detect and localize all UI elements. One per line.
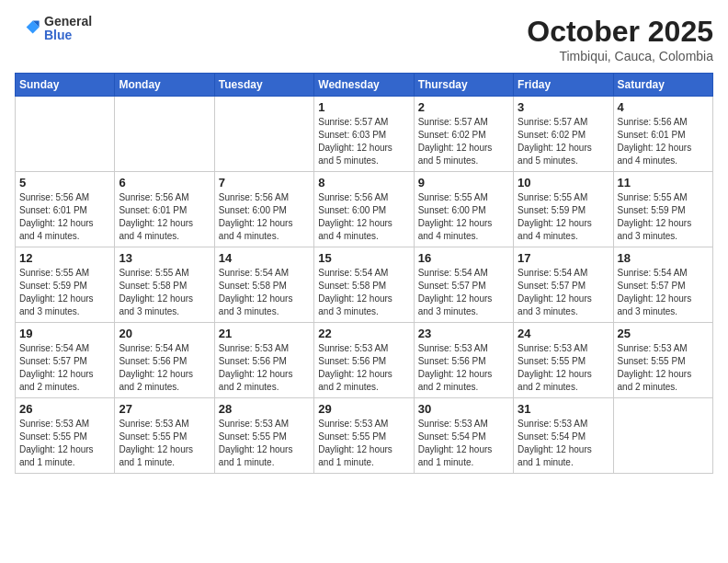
day-cell-2: 2Sunrise: 5:57 AMSunset: 6:02 PMDaylight… (414, 97, 513, 172)
day-cell-24: 24Sunrise: 5:53 AMSunset: 5:55 PMDayligh… (514, 323, 613, 398)
empty-cell (613, 398, 712, 474)
day-info: Sunrise: 5:56 AMSunset: 6:00 PMDaylight:… (219, 191, 310, 243)
day-number: 27 (119, 402, 210, 416)
col-header-saturday: Saturday (613, 74, 712, 97)
day-number: 31 (518, 402, 609, 416)
day-info: Sunrise: 5:53 AMSunset: 5:56 PMDaylight:… (418, 342, 509, 394)
month-title: October 2025 (527, 15, 713, 49)
day-cell-5: 5Sunrise: 5:56 AMSunset: 6:01 PMDaylight… (16, 172, 115, 247)
day-cell-3: 3Sunrise: 5:57 AMSunset: 6:02 PMDaylight… (514, 97, 613, 172)
day-number: 26 (19, 402, 110, 416)
day-number: 7 (219, 176, 310, 190)
day-info: Sunrise: 5:54 AMSunset: 5:58 PMDaylight:… (318, 267, 409, 318)
day-info: Sunrise: 5:53 AMSunset: 5:55 PMDaylight:… (19, 418, 110, 469)
day-info: Sunrise: 5:55 AMSunset: 5:59 PMDaylight:… (618, 191, 709, 243)
day-number: 8 (318, 176, 409, 190)
day-info: Sunrise: 5:53 AMSunset: 5:55 PMDaylight:… (518, 342, 609, 394)
day-info: Sunrise: 5:53 AMSunset: 5:55 PMDaylight:… (318, 418, 409, 469)
empty-cell (16, 97, 115, 172)
day-info: Sunrise: 5:53 AMSunset: 5:54 PMDaylight:… (418, 418, 509, 469)
title-block: October 2025 Timbiqui, Cauca, Colombia (527, 15, 713, 63)
empty-cell (115, 97, 214, 172)
day-info: Sunrise: 5:56 AMSunset: 6:01 PMDaylight:… (19, 191, 110, 243)
day-number: 9 (418, 176, 509, 190)
week-row-3: 12Sunrise: 5:55 AMSunset: 5:59 PMDayligh… (16, 247, 713, 323)
day-number: 6 (119, 176, 210, 190)
day-info: Sunrise: 5:54 AMSunset: 5:57 PMDaylight:… (518, 267, 609, 318)
logo-icon (15, 16, 40, 41)
day-info: Sunrise: 5:54 AMSunset: 5:57 PMDaylight:… (618, 267, 709, 318)
day-number: 2 (418, 100, 509, 114)
day-number: 29 (318, 402, 409, 416)
day-info: Sunrise: 5:56 AMSunset: 6:00 PMDaylight:… (318, 191, 409, 243)
day-number: 10 (518, 176, 609, 190)
day-info: Sunrise: 5:56 AMSunset: 6:01 PMDaylight:… (618, 116, 709, 167)
day-info: Sunrise: 5:55 AMSunset: 5:58 PMDaylight:… (119, 267, 210, 318)
day-cell-30: 30Sunrise: 5:53 AMSunset: 5:54 PMDayligh… (414, 398, 513, 474)
day-number: 3 (518, 100, 609, 114)
day-cell-12: 12Sunrise: 5:55 AMSunset: 5:59 PMDayligh… (16, 247, 115, 323)
empty-cell (214, 97, 313, 172)
day-cell-31: 31Sunrise: 5:53 AMSunset: 5:54 PMDayligh… (514, 398, 613, 474)
day-number: 13 (119, 251, 210, 265)
week-row-4: 19Sunrise: 5:54 AMSunset: 5:57 PMDayligh… (16, 323, 713, 398)
day-number: 24 (518, 327, 609, 340)
col-header-wednesday: Wednesday (314, 74, 414, 97)
day-info: Sunrise: 5:54 AMSunset: 5:56 PMDaylight:… (119, 342, 210, 394)
day-number: 21 (219, 327, 310, 340)
day-number: 28 (219, 402, 310, 416)
week-row-2: 5Sunrise: 5:56 AMSunset: 6:01 PMDaylight… (16, 172, 713, 247)
day-info: Sunrise: 5:56 AMSunset: 6:01 PMDaylight:… (119, 191, 210, 243)
day-info: Sunrise: 5:55 AMSunset: 6:00 PMDaylight:… (418, 191, 509, 243)
day-cell-23: 23Sunrise: 5:53 AMSunset: 5:56 PMDayligh… (414, 323, 513, 398)
day-number: 19 (19, 327, 110, 340)
day-cell-19: 19Sunrise: 5:54 AMSunset: 5:57 PMDayligh… (16, 323, 115, 398)
week-row-1: 1Sunrise: 5:57 AMSunset: 6:03 PMDaylight… (16, 97, 713, 172)
day-number: 15 (318, 251, 409, 265)
logo-text: General Blue (44, 15, 92, 43)
logo: General Blue (15, 15, 92, 43)
day-info: Sunrise: 5:53 AMSunset: 5:56 PMDaylight:… (318, 342, 409, 394)
col-header-thursday: Thursday (414, 74, 513, 97)
day-cell-16: 16Sunrise: 5:54 AMSunset: 5:57 PMDayligh… (414, 247, 513, 323)
calendar-table: SundayMondayTuesdayWednesdayThursdayFrid… (15, 73, 713, 474)
day-number: 18 (618, 251, 709, 265)
calendar-header-row: SundayMondayTuesdayWednesdayThursdayFrid… (16, 74, 713, 97)
day-number: 22 (318, 327, 409, 340)
day-number: 11 (618, 176, 709, 190)
day-cell-29: 29Sunrise: 5:53 AMSunset: 5:55 PMDayligh… (314, 398, 414, 474)
day-cell-26: 26Sunrise: 5:53 AMSunset: 5:55 PMDayligh… (16, 398, 115, 474)
day-cell-17: 17Sunrise: 5:54 AMSunset: 5:57 PMDayligh… (514, 247, 613, 323)
day-number: 16 (418, 251, 509, 265)
week-row-5: 26Sunrise: 5:53 AMSunset: 5:55 PMDayligh… (16, 398, 713, 474)
day-cell-10: 10Sunrise: 5:55 AMSunset: 5:59 PMDayligh… (514, 172, 613, 247)
day-info: Sunrise: 5:54 AMSunset: 5:58 PMDaylight:… (219, 267, 310, 318)
day-number: 30 (418, 402, 509, 416)
location: Timbiqui, Cauca, Colombia (527, 49, 713, 63)
day-cell-14: 14Sunrise: 5:54 AMSunset: 5:58 PMDayligh… (214, 247, 313, 323)
day-cell-25: 25Sunrise: 5:53 AMSunset: 5:55 PMDayligh… (613, 323, 712, 398)
day-info: Sunrise: 5:53 AMSunset: 5:55 PMDaylight:… (219, 418, 310, 469)
day-cell-15: 15Sunrise: 5:54 AMSunset: 5:58 PMDayligh… (314, 247, 414, 323)
day-info: Sunrise: 5:57 AMSunset: 6:02 PMDaylight:… (518, 116, 609, 167)
day-number: 12 (19, 251, 110, 265)
day-info: Sunrise: 5:54 AMSunset: 5:57 PMDaylight:… (19, 342, 110, 394)
logo-general: General (44, 15, 92, 29)
day-number: 20 (119, 327, 210, 340)
page-header: General Blue October 2025 Timbiqui, Cauc… (15, 15, 713, 63)
day-cell-8: 8Sunrise: 5:56 AMSunset: 6:00 PMDaylight… (314, 172, 414, 247)
day-cell-28: 28Sunrise: 5:53 AMSunset: 5:55 PMDayligh… (214, 398, 313, 474)
day-number: 23 (418, 327, 509, 340)
day-info: Sunrise: 5:57 AMSunset: 6:03 PMDaylight:… (318, 116, 409, 167)
day-number: 4 (618, 100, 709, 114)
col-header-friday: Friday (514, 74, 613, 97)
day-info: Sunrise: 5:55 AMSunset: 5:59 PMDaylight:… (518, 191, 609, 243)
day-cell-18: 18Sunrise: 5:54 AMSunset: 5:57 PMDayligh… (613, 247, 712, 323)
day-number: 5 (19, 176, 110, 190)
day-cell-7: 7Sunrise: 5:56 AMSunset: 6:00 PMDaylight… (214, 172, 313, 247)
day-cell-9: 9Sunrise: 5:55 AMSunset: 6:00 PMDaylight… (414, 172, 513, 247)
day-cell-27: 27Sunrise: 5:53 AMSunset: 5:55 PMDayligh… (115, 398, 214, 474)
day-cell-13: 13Sunrise: 5:55 AMSunset: 5:58 PMDayligh… (115, 247, 214, 323)
day-cell-21: 21Sunrise: 5:53 AMSunset: 5:56 PMDayligh… (214, 323, 313, 398)
day-cell-22: 22Sunrise: 5:53 AMSunset: 5:56 PMDayligh… (314, 323, 414, 398)
